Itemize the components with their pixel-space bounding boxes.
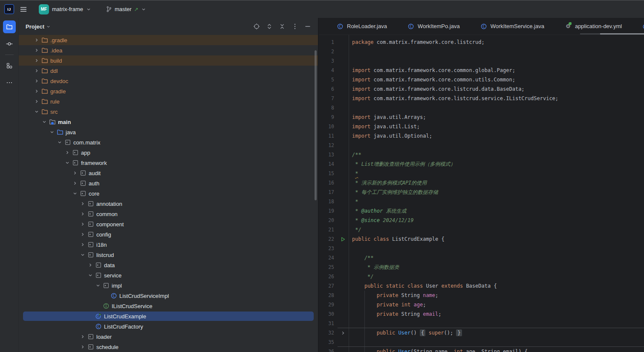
tool-window-button-structure[interactable] [3,59,16,72]
tree-item-i18n[interactable]: i18n [19,239,318,250]
tab-workitemservice-java[interactable]: CWorkItemService.java [470,18,554,35]
tree-item-com-matrix[interactable]: com.matrix [19,137,318,147]
tree-item-java[interactable]: java [19,127,318,137]
chevron-right-icon[interactable] [79,231,86,238]
code-token [404,283,407,289]
chevron-down-icon[interactable] [95,282,101,289]
tree-item-main[interactable]: main [19,117,318,127]
tree-item-core[interactable]: core [19,188,318,199]
code-line-32: 32 public User() { super(); } [319,328,644,338]
chevron-right-icon[interactable] [72,170,78,176]
tree-item-listcrud[interactable]: listcrud [19,250,318,260]
locate-icon [253,23,260,30]
options-button[interactable] [290,21,300,32]
chevron-right-icon[interactable] [79,221,86,228]
code-token [395,349,398,352]
chevron-right-icon[interactable] [87,262,94,268]
tree-item-auth[interactable]: auth [19,178,318,188]
tree-item-common[interactable]: common [19,209,318,219]
folder-icon [41,108,48,115]
chevron-right-icon[interactable] [33,98,40,105]
package-icon [64,139,71,146]
chevron-right-icon[interactable] [79,241,86,248]
chevron-right-icon[interactable] [33,37,40,43]
tree-item-data[interactable]: data [19,260,318,270]
tree-item-gradle[interactable]: .gradle [19,35,318,45]
run-gutter-icon[interactable] [337,237,349,242]
chevron-right-icon[interactable] [33,47,40,54]
main-menu-button[interactable] [17,3,29,15]
tool-window-button-commit[interactable] [3,38,16,50]
tree-item-listcrudfactory[interactable]: CListCrudFactory [19,321,318,332]
tree-item-listcrudserviceimpl[interactable]: CListCrudServiceImpl [19,291,318,301]
tree-item-service[interactable]: service [19,270,318,280]
tab-application-dev-yml[interactable]: ⚙application-dev.yml [554,18,632,35]
tree-item-ilistcrudservice[interactable]: IIListCrudService [19,301,318,311]
tree-item-devdoc[interactable]: devdoc [19,76,318,86]
tree-item-app[interactable]: app [19,147,318,158]
tree-item-idea[interactable]: .idea [19,45,318,55]
tree-item-loader[interactable]: loader [19,332,318,342]
line-number: 23 [319,245,337,251]
chevron-right-icon[interactable] [33,78,40,84]
line-number: 16 [319,180,337,186]
chevron-down-icon[interactable] [87,272,94,279]
hide-button[interactable] [303,21,313,32]
tab-listcrud[interactable]: CListCrud [632,18,644,35]
chevron-down-icon[interactable] [79,251,86,258]
package-icon [79,170,87,177]
tree-item-impl[interactable]: impl [19,280,318,291]
chevron-right-icon[interactable] [79,343,86,350]
code-line-content: import java.util.Arrays; [349,113,644,122]
chevron-down-icon[interactable] [56,139,63,146]
tree-item-rule[interactable]: rule [19,96,318,107]
tree-item-schedule[interactable]: schedule [19,342,318,352]
tree-item-config[interactable]: config [19,229,318,239]
chevron-right-icon[interactable] [33,67,40,74]
indent-guide [364,291,365,300]
chevron-right-icon[interactable] [79,211,86,217]
chevron-right-icon[interactable] [33,57,40,64]
package-icon [87,333,94,340]
line-number: 30 [319,311,337,317]
tree-item-component[interactable]: component [19,219,318,229]
chevron-down-icon[interactable] [72,190,78,197]
tree-item-ddl[interactable]: ddl [19,66,318,76]
collapse-all-button[interactable] [277,21,287,32]
tree-item-audit[interactable]: audit [19,168,318,178]
chevron-right-icon[interactable] [79,333,86,340]
chevron-right-icon[interactable] [72,180,78,187]
chevron-right-icon[interactable] [64,149,71,156]
vcs-widget[interactable]: master ↗ [103,5,149,14]
tree-item-gradle[interactable]: gradle [19,86,318,96]
expand-all-button[interactable] [264,21,274,32]
project-panel-title[interactable]: Project [26,23,51,30]
tree-item-label: src [50,109,58,115]
code-line-content: public User(String name, int age, String… [349,347,644,352]
chevron-right-icon[interactable] [33,88,40,95]
chevron-down-icon[interactable] [41,118,48,125]
tab-scrollbar-thumb[interactable] [600,33,644,35]
project-tree-scrollbar[interactable] [315,50,317,200]
locate-button[interactable] [251,21,262,32]
code-token: com.matrix.framework.core.common.global.… [370,67,515,73]
tree-item-annotation[interactable]: annotation [19,199,318,209]
tree-item-src[interactable]: src [19,107,318,117]
code-line-content: private int age; [349,300,644,309]
chevron-right-icon[interactable] [79,200,86,207]
tab-workitempo-java[interactable]: CWorkItemPo.java [397,18,470,35]
ide-window: IJ MF matrix-frame master ↗ [0,0,644,352]
project-widget[interactable]: MF matrix-frame [36,3,94,16]
line-number: 26 [319,274,337,280]
chevron-down-icon[interactable] [64,159,71,166]
tree-item-listcrudexample[interactable]: CListCrudExample [19,311,318,321]
code-editor[interactable]: 1package com.matrix.framework.core.listc… [319,35,644,352]
tree-item-build[interactable]: build [19,55,318,66]
fold-arrow-icon[interactable] [337,331,349,335]
tab-roleloader-java[interactable]: CRoleLoader.java [326,18,397,35]
tool-window-button-project[interactable] [3,20,16,33]
chevron-down-icon[interactable] [49,129,55,136]
chevron-down-icon[interactable] [33,108,40,115]
tree-item-framework[interactable]: framework [19,158,318,168]
tool-window-button-more[interactable] [3,76,16,89]
